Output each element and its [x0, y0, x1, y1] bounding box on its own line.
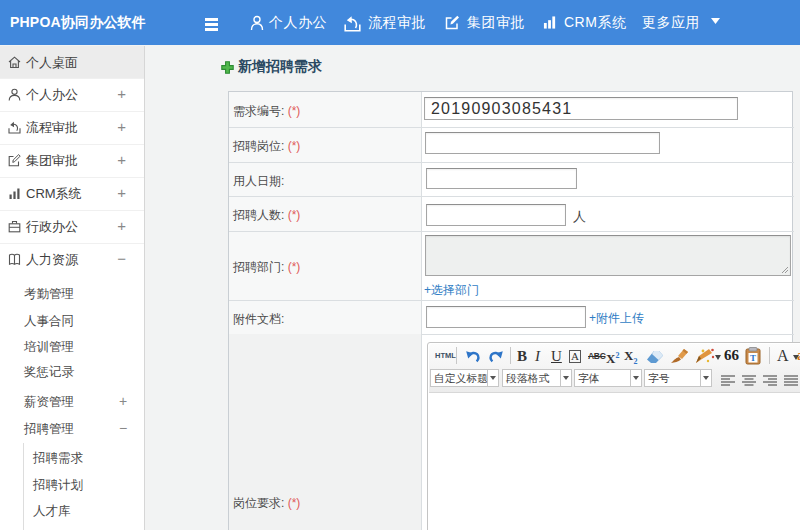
svg-text:T: T	[750, 353, 756, 363]
